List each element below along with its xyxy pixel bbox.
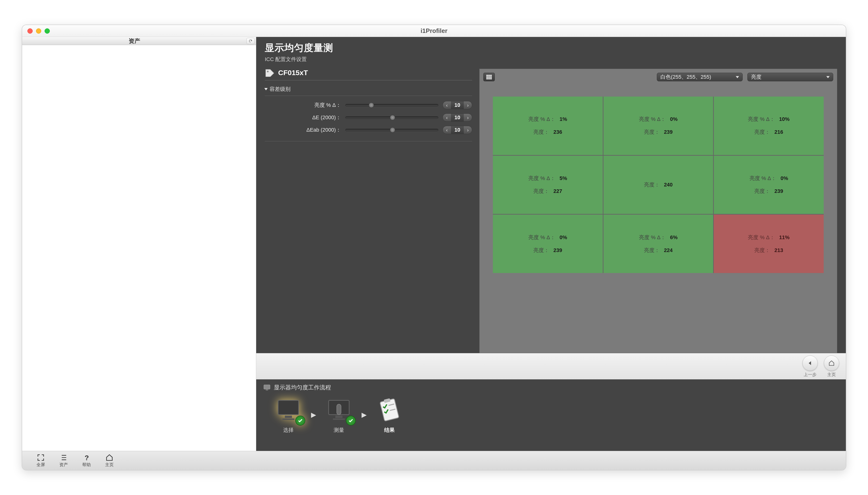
cell-delta: 亮度 % Δ：5%	[528, 175, 567, 182]
svg-rect-6	[490, 76, 492, 78]
svg-text:?: ?	[85, 454, 89, 461]
assets-header-label: 资产	[22, 37, 246, 45]
cell-delta: 亮度 % Δ：0%	[639, 116, 677, 123]
check-icon	[346, 415, 356, 426]
help-icon: ?	[83, 454, 90, 461]
help-label: 帮助	[82, 462, 91, 467]
device-name: CF015xT	[278, 69, 308, 77]
fullscreen-button[interactable]: 全屏	[36, 454, 45, 467]
home-toolbar-label: 主页	[105, 462, 114, 467]
tolerance-label: ΔEab (2000)：	[265, 126, 341, 134]
workflow-steps: 选择▶测量▶结果	[263, 396, 839, 434]
prev-button[interactable]	[802, 356, 818, 371]
svg-rect-7	[486, 78, 488, 80]
uniformity-viewport: 白色(255、255、255) 亮度 亮度 % Δ：1%亮度：236亮度 % Δ…	[479, 69, 837, 353]
close-icon[interactable]	[28, 28, 33, 34]
metric-dropdown-label: 亮度	[751, 73, 761, 81]
refresh-button[interactable]	[246, 38, 254, 44]
assets-button[interactable]: 资产	[59, 454, 68, 467]
stepper-value: 10	[451, 101, 464, 109]
workflow-title: 显示器均匀度工作流程	[274, 383, 331, 391]
stepper-value: 10	[451, 114, 464, 122]
tolerance-rows: 亮度 % Δ： ‹ 10 › ΔE (2000)： ‹ 10 › ΔEab (2…	[265, 96, 472, 141]
zoom-icon[interactable]	[45, 28, 50, 34]
minimize-icon[interactable]	[36, 28, 41, 34]
slider-thumb-icon[interactable]	[390, 127, 395, 133]
nav-strip: 上一步 主页	[256, 353, 846, 379]
workflow-step-label: 测量	[334, 427, 344, 434]
home-label: 主页	[827, 372, 836, 377]
tolerance-row: ΔEab (2000)： ‹ 10 ›	[265, 126, 472, 134]
color-dropdown[interactable]: 白色(255、255、255)	[657, 73, 743, 81]
uniformity-grid: 亮度 % Δ：1%亮度：236亮度 % Δ：0%亮度：239亮度 % Δ：10%…	[493, 97, 824, 273]
workflow-panel: 显示器均匀度工作流程 选择▶测量▶结果	[256, 379, 846, 451]
uniformity-cell[interactable]: 亮度 % Δ：0%亮度：239	[714, 156, 824, 214]
assets-list	[22, 45, 256, 451]
svg-rect-19	[380, 399, 399, 421]
tolerance-stepper[interactable]: ‹ 10 ›	[443, 114, 472, 122]
tolerance-slider[interactable]	[346, 129, 438, 131]
tolerance-section-header[interactable]: 容差级别	[265, 83, 472, 96]
check-icon	[295, 415, 305, 426]
fullscreen-icon	[37, 454, 45, 461]
workflow-step[interactable]: 选择	[273, 396, 304, 434]
stepper-increment[interactable]: ›	[464, 126, 472, 134]
bottom-toolbar: 全屏 资产 ? 帮助 主页	[22, 451, 846, 470]
uniformity-cell[interactable]: 亮度 % Δ：10%亮度：216	[714, 97, 824, 155]
uniformity-cell[interactable]: 亮度 % Δ：0%亮度：239	[493, 215, 603, 273]
stepper-decrement[interactable]: ‹	[443, 114, 451, 122]
svg-rect-11	[266, 390, 268, 390]
workflow-step[interactable]: 测量	[323, 396, 354, 434]
metric-dropdown[interactable]: 亮度	[747, 73, 833, 81]
main-area: 显示均匀度量测 ICC 配置文件设置 CF015xT 容差级别	[256, 37, 846, 451]
uniformity-cell[interactable]: 亮度 % Δ：6%亮度：224	[603, 215, 713, 273]
workflow-step[interactable]: 结果	[374, 396, 405, 434]
tolerance-row: 亮度 % Δ： ‹ 10 ›	[265, 101, 472, 109]
tolerance-slider[interactable]	[346, 104, 438, 106]
stepper-decrement[interactable]: ‹	[443, 126, 451, 134]
svg-rect-4	[486, 76, 488, 78]
svg-rect-1	[486, 75, 488, 76]
uniformity-cell[interactable]: 亮度 % Δ：11%亮度：213	[714, 215, 824, 273]
cell-delta: 亮度 % Δ：11%	[748, 234, 790, 241]
fullscreen-label: 全屏	[36, 462, 45, 467]
home-icon	[106, 454, 113, 461]
uniformity-cell[interactable]: 亮度 % Δ：5%亮度：227	[493, 156, 603, 214]
tolerance-stepper[interactable]: ‹ 10 ›	[443, 126, 472, 134]
grid-layout-button[interactable]	[483, 73, 495, 81]
chevron-down-icon	[736, 76, 739, 78]
tolerance-label: 亮度 % Δ：	[265, 102, 341, 109]
help-button[interactable]: ? 帮助	[82, 454, 91, 467]
tolerance-stepper[interactable]: ‹ 10 ›	[443, 101, 472, 109]
chevron-right-icon: ▶	[361, 411, 367, 419]
cell-value: 亮度：213	[754, 247, 783, 254]
home-icon	[829, 360, 835, 366]
slider-thumb-icon[interactable]	[369, 103, 374, 108]
svg-rect-2	[488, 75, 490, 76]
svg-rect-5	[488, 76, 490, 78]
color-dropdown-label: 白色(255、255、255)	[660, 73, 711, 81]
page-title: 显示均匀度量测	[265, 41, 837, 54]
cell-value: 亮度：236	[533, 129, 562, 136]
cell-value: 亮度：240	[644, 181, 673, 188]
slider-thumb-icon[interactable]	[390, 115, 395, 120]
stepper-increment[interactable]: ›	[464, 114, 472, 122]
uniformity-cell[interactable]: 亮度 % Δ：1%亮度：236	[493, 97, 603, 155]
home-toolbar-button[interactable]: 主页	[105, 454, 114, 467]
uniformity-cell[interactable]: 亮度 % Δ：0%亮度：239	[603, 97, 713, 155]
tag-icon	[265, 69, 275, 77]
home-button[interactable]	[824, 356, 839, 371]
cell-delta: 亮度 % Δ：1%	[528, 116, 567, 123]
list-icon	[60, 454, 68, 461]
uniformity-cell[interactable]: 亮度：240	[603, 156, 713, 214]
svg-rect-8	[488, 78, 490, 80]
stepper-increment[interactable]: ›	[464, 101, 472, 109]
tolerance-slider[interactable]	[346, 116, 438, 119]
app-window: i1Profiler 资产 显示均匀度量测 ICC 配置文件设置	[22, 24, 846, 471]
svg-rect-16	[337, 404, 341, 415]
svg-rect-18	[333, 419, 345, 420]
disclosure-triangle-icon	[264, 88, 268, 90]
grid-icon	[486, 75, 492, 80]
chevron-right-icon: ▶	[311, 411, 316, 419]
stepper-decrement[interactable]: ‹	[443, 101, 451, 109]
